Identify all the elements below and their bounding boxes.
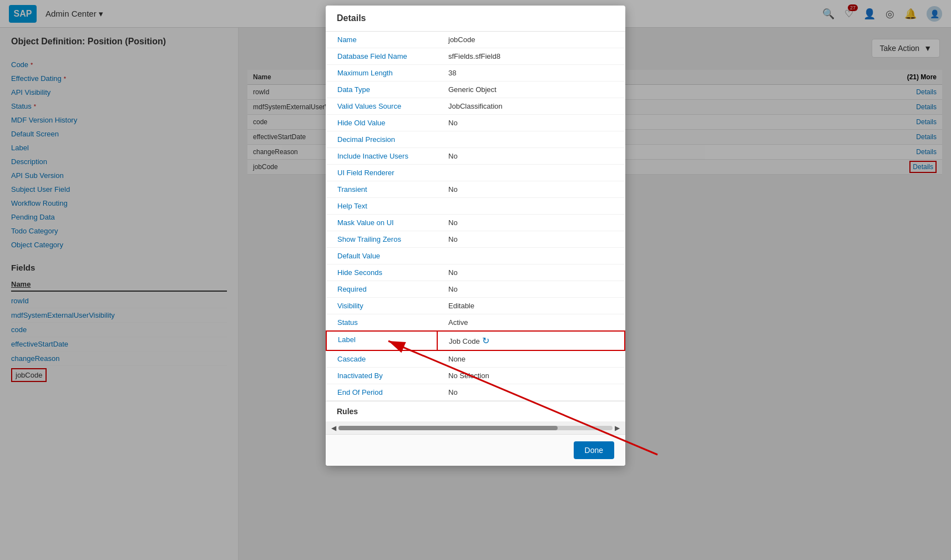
field-key: End Of Period	[326, 384, 437, 401]
modal-table-row: VisibilityEditable	[326, 298, 625, 314]
field-key: Visibility	[326, 298, 437, 314]
field-value: Active	[437, 314, 625, 332]
modal-table-row: Mask Value on UINo	[326, 215, 625, 231]
modal-table-row: End Of PeriodNo	[326, 384, 625, 401]
modal-table-row: LabelJob Code ↻	[326, 331, 625, 350]
modal-table-row: TransientNo	[326, 181, 625, 198]
field-key: Help Text	[326, 198, 437, 215]
field-key: Label	[326, 331, 437, 350]
modal-table-row: Include Inactive UsersNo	[326, 148, 625, 165]
scroll-thumb[interactable]	[338, 426, 558, 430]
field-key: Required	[326, 281, 437, 298]
field-value: JobClassification	[437, 98, 625, 115]
modal-table-row: Default Value	[326, 248, 625, 264]
modal-footer: Done	[326, 434, 625, 466]
modal-table-row: StatusActive	[326, 314, 625, 332]
field-key: Valid Values Source	[326, 98, 437, 115]
field-key: Name	[326, 32, 437, 48]
field-value: No	[437, 181, 625, 198]
field-key: Hide Old Value	[326, 115, 437, 131]
field-value: No	[437, 384, 625, 401]
details-modal: Details NamejobCodeDatabase Field Namesf…	[326, 6, 625, 466]
horizontal-scrollbar[interactable]: ◀ ▶	[326, 422, 625, 434]
field-value: Generic Object	[437, 82, 625, 98]
scroll-track[interactable]	[338, 426, 613, 430]
field-key: Include Inactive Users	[326, 148, 437, 165]
field-key: Default Value	[326, 248, 437, 264]
modal-table-row: Hide SecondsNo	[326, 264, 625, 281]
field-key: Inactivated By	[326, 368, 437, 384]
modal-table-row: CascadeNone	[326, 350, 625, 368]
refresh-icon[interactable]: ↻	[480, 336, 489, 345]
modal-table-row: Decimal Precision	[326, 131, 625, 148]
scroll-left-icon[interactable]: ◀	[331, 424, 336, 432]
field-key: Transient	[326, 181, 437, 198]
field-value: Editable	[437, 298, 625, 314]
field-value	[437, 198, 625, 215]
field-value: Job Code ↻	[437, 331, 625, 350]
field-value	[437, 165, 625, 181]
field-key: Show Trailing Zeros	[326, 231, 437, 248]
field-value: No	[437, 115, 625, 131]
modal-table-row: UI Field Renderer	[326, 165, 625, 181]
field-key: Hide Seconds	[326, 264, 437, 281]
field-value: No	[437, 215, 625, 231]
field-value	[437, 131, 625, 148]
done-button[interactable]: Done	[574, 441, 614, 459]
field-key: Data Type	[326, 82, 437, 98]
field-key: Cascade	[326, 350, 437, 368]
details-table: NamejobCodeDatabase Field NamesfFields.s…	[326, 32, 625, 401]
modal-table-row: Inactivated ByNo Selection	[326, 368, 625, 384]
rules-section-label: Rules	[326, 401, 625, 422]
scroll-right-icon[interactable]: ▶	[615, 424, 620, 432]
field-value: No	[437, 148, 625, 165]
modal-table-row: Help Text	[326, 198, 625, 215]
field-key: Database Field Name	[326, 48, 437, 65]
field-key: Maximum Length	[326, 65, 437, 82]
modal-title: Details	[326, 6, 625, 32]
modal-table-row: NamejobCode	[326, 32, 625, 48]
field-value: No	[437, 231, 625, 248]
field-key: UI Field Renderer	[326, 165, 437, 181]
modal-table-row: Valid Values SourceJobClassification	[326, 98, 625, 115]
field-key: Decimal Precision	[326, 131, 437, 148]
modal-table-row: Show Trailing ZerosNo	[326, 231, 625, 248]
modal-overlay: Details NamejobCodeDatabase Field Namesf…	[0, 0, 951, 560]
modal-table-row: Database Field NamesfFields.sfField8	[326, 48, 625, 65]
field-value: 38	[437, 65, 625, 82]
modal-body: NamejobCodeDatabase Field NamesfFields.s…	[326, 32, 625, 434]
modal-table-row: RequiredNo	[326, 281, 625, 298]
modal-table-row: Data TypeGeneric Object	[326, 82, 625, 98]
field-value	[437, 248, 625, 264]
field-key: Status	[326, 314, 437, 332]
field-value: No	[437, 281, 625, 298]
modal-table-row: Maximum Length38	[326, 65, 625, 82]
field-key: Mask Value on UI	[326, 215, 437, 231]
modal-table-row: Hide Old ValueNo	[326, 115, 625, 131]
field-value: jobCode	[437, 32, 625, 48]
field-value: sfFields.sfField8	[437, 48, 625, 65]
field-value: None	[437, 350, 625, 368]
field-value: No Selection	[437, 368, 625, 384]
field-value: No	[437, 264, 625, 281]
